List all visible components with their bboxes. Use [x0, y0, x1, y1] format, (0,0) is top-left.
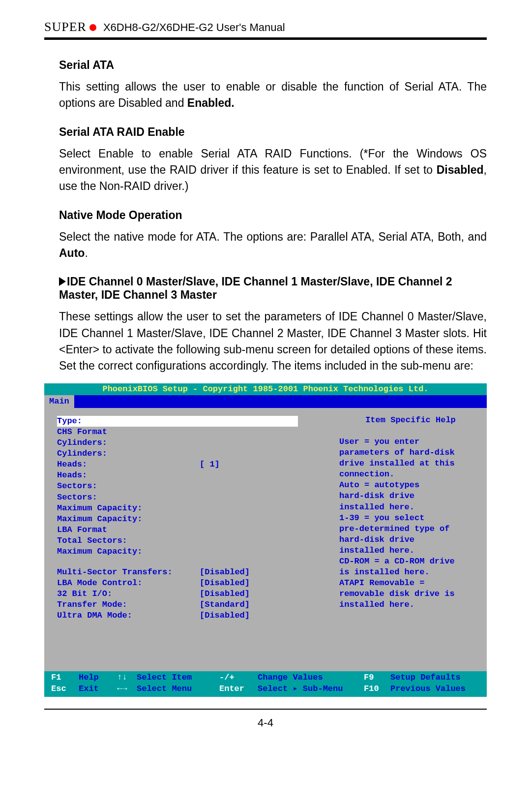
bios-field-label: 32 Bit I/O:: [57, 589, 200, 599]
bios-field-row: Multi-Sector Transfers:[Disabled]: [57, 567, 329, 578]
bios-field-value: [Disabled]: [200, 567, 250, 578]
bios-tab-main[interactable]: Main: [44, 395, 74, 408]
bios-help-line: Auto = autotypes: [339, 480, 482, 491]
triangle-right-icon: [59, 277, 66, 286]
manual-title: X6DH8-G2/X6DHE-G2 User's Manual: [103, 21, 285, 34]
label-change-values: Change Values: [258, 672, 364, 684]
bios-title: PhoenixBIOS Setup - Copyright 1985-2001 …: [44, 383, 487, 395]
section-body-sata-raid: Select Enable to enable Serial ATA RAID …: [59, 146, 487, 195]
bios-field-row: Heads:[ 1]: [57, 459, 329, 470]
bios-field-row: Maximum Capacity:: [57, 503, 329, 514]
section-body-native-mode: Select the native mode for ATA. The opti…: [59, 229, 487, 262]
text-bold: Enabled.: [187, 96, 235, 109]
bios-help-line: installed here.: [339, 599, 482, 610]
bios-help-pane: Item Specific Help User = you enterparam…: [334, 413, 487, 671]
section-head-native-mode: Native Mode Operation: [59, 209, 487, 222]
bios-field-row: Ultra DMA Mode:[Disabled]: [57, 610, 329, 621]
bios-body: Type:CHS FormatCylinders:Cylinders:Heads…: [44, 408, 487, 671]
doc-header: SUPER X6DH8-G2/X6DHE-G2 User's Manual: [44, 20, 487, 34]
bios-field-row: Maximum Capacity:: [57, 514, 329, 525]
bios-field-row: LBA Mode Control:[Disabled]: [57, 578, 329, 589]
bios-field-row: Cylinders:: [57, 437, 329, 448]
bios-field-value: [Disabled]: [200, 610, 250, 621]
bios-screenshot: PhoenixBIOS Setup - Copyright 1985-2001 …: [44, 383, 487, 697]
bios-field-label: Maximum Capacity:: [57, 503, 200, 514]
bios-field-row[interactable]: Type:: [57, 416, 298, 427]
key-f9: F9: [364, 672, 390, 684]
key-updown: ↑↓: [117, 672, 137, 684]
label-setup-defaults: Setup Defaults: [390, 672, 461, 684]
key-f1: F1: [51, 672, 79, 684]
bios-field-label: Transfer Mode:: [57, 599, 200, 610]
bios-field-label: Type:: [57, 416, 200, 427]
bios-help-line: installed here.: [339, 545, 482, 556]
bios-field-label: CHS Format: [57, 427, 200, 437]
label-exit: Exit: [79, 684, 117, 695]
bios-field-row: Maximum Capacity:: [57, 546, 329, 557]
section-head-serial-ata: Serial ATA: [59, 59, 487, 72]
section-body-ide: These settings allow the user to set the…: [59, 309, 487, 374]
section-head-sata-raid: Serial ATA RAID Enable: [59, 125, 487, 139]
bios-field-row: Heads:: [57, 470, 329, 481]
bios-help-line: CD-ROM = a CD-ROM drive: [339, 556, 482, 567]
bios-field-label: Maximum Capacity:: [57, 514, 200, 525]
bios-field-label: Heads:: [57, 470, 200, 481]
bios-field-label: Heads:: [57, 459, 200, 470]
key-plusminus: -/+: [219, 672, 258, 684]
bios-field-value: [Disabled]: [200, 589, 250, 599]
bios-field-label: Total Sectors:: [57, 535, 200, 546]
page-number: 4-4: [44, 717, 487, 729]
text: Select Enable to enable Serial ATA RAID …: [59, 147, 487, 176]
bios-field-label: Multi-Sector Transfers:: [57, 567, 200, 578]
text: This setting allows the user to enable o…: [59, 80, 487, 109]
bios-help-line: 1-39 = you select: [339, 513, 482, 524]
text-bold: IDE Channel 0 Master/Slave, IDE Channel …: [59, 275, 452, 301]
bios-help-line: is installed here.: [339, 567, 482, 578]
key-enter: Enter: [219, 684, 258, 695]
label-help: Help: [79, 672, 117, 684]
section-body-serial-ata: This setting allows the user to enable o…: [59, 79, 487, 112]
bios-field-label: LBA Format: [57, 525, 200, 535]
header-rule: [44, 37, 487, 40]
key-f10: F10: [364, 684, 390, 695]
bios-field-value: [Standard]: [200, 599, 250, 610]
bios-footer: F1 Help ↑↓ Select Item -/+ Change Values…: [44, 671, 487, 697]
bios-help-line: parameters of hard-disk: [339, 447, 482, 458]
label-select-item: Select Item: [137, 672, 219, 684]
key-esc: Esc: [51, 684, 79, 695]
bios-field-row: Sectors:: [57, 492, 329, 503]
bios-field-label: Sectors:: [57, 492, 200, 503]
bios-footer-row: F1 Help ↑↓ Select Item -/+ Change Values…: [51, 672, 480, 684]
bios-help-line: installed here.: [339, 502, 482, 513]
bios-help-line: ATAPI Removable =: [339, 578, 482, 589]
bios-left-pane: Type:CHS FormatCylinders:Cylinders:Heads…: [44, 413, 334, 671]
bios-tabbar: Main: [44, 395, 487, 408]
bios-help-line: hard-disk drive: [339, 534, 482, 545]
bios-help-text: User = you enterparameters of hard-diskd…: [339, 437, 482, 648]
bios-field-label: Sectors:: [57, 481, 200, 492]
text: Select the native mode for ATA. The opti…: [59, 230, 487, 243]
text: .: [85, 247, 88, 259]
bios-field-row: Transfer Mode:[Standard]: [57, 599, 329, 610]
label-previous-values: Previous Values: [390, 684, 466, 695]
label-select-menu: Select Menu: [137, 684, 219, 695]
bios-footer-row: Esc Exit ←→ Select Menu Enter Select ▸ S…: [51, 684, 480, 695]
bios-field-label: Cylinders:: [57, 437, 200, 448]
bios-field-label: Maximum Capacity:: [57, 546, 200, 557]
text-bold: Auto: [59, 247, 85, 259]
bios-field-label: Ultra DMA Mode:: [57, 610, 200, 621]
bios-field-row: Cylinders:: [57, 448, 329, 459]
bios-field-label: Cylinders:: [57, 448, 200, 459]
section-head-ide: IDE Channel 0 Master/Slave, IDE Channel …: [59, 275, 487, 302]
bios-field-row: 32 Bit I/O:[Disabled]: [57, 589, 329, 599]
brand-dot-icon: [89, 24, 96, 31]
bios-help-line: User = you enter: [339, 437, 482, 447]
text-bold: Disabled: [437, 163, 484, 176]
bios-help-head: Item Specific Help: [339, 415, 482, 426]
key-leftright: ←→: [117, 684, 137, 695]
bios-help-line: pre-determined type of: [339, 524, 482, 534]
bios-field-row: Sectors:: [57, 481, 329, 492]
bios-help-line: hard-disk drive: [339, 491, 482, 501]
bios-field-row: CHS Format: [57, 427, 329, 437]
bios-field-value: [ 1]: [200, 459, 220, 470]
